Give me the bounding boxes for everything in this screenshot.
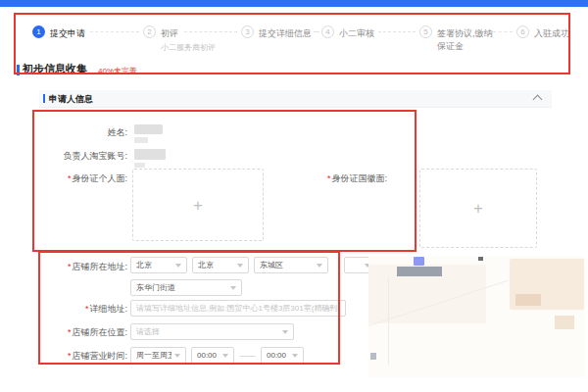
- collapse-chevron-up-icon[interactable]: [533, 95, 543, 105]
- map-building-patch: [515, 294, 541, 306]
- chevron-down-icon: [237, 264, 243, 268]
- section-title-bar: [17, 65, 20, 75]
- taobao-account-value-redacted: [134, 149, 166, 160]
- business-hours-label: *店铺营业时间:: [49, 350, 127, 363]
- step-connector: [314, 31, 319, 32]
- chevron-down-icon: [230, 286, 236, 290]
- detail-address-label-text: 详细地址:: [89, 304, 127, 314]
- chevron-down-icon: [282, 330, 288, 334]
- store-position-label-text: 店铺所在位置:: [72, 327, 127, 337]
- required-mark: *: [68, 173, 72, 183]
- business-days-value: 周一至周五: [136, 350, 172, 361]
- step-4-label: 小二审核: [339, 27, 374, 40]
- required-mark: *: [68, 327, 72, 337]
- step-1-number: 1: [36, 27, 40, 36]
- store-address-label-text: 店铺所在地址:: [72, 262, 127, 271]
- chevron-down-icon: [175, 264, 181, 268]
- chevron-down-icon: [292, 354, 298, 358]
- id-back-label-text: 身份证国徽面:: [331, 173, 387, 183]
- store-location-map[interactable]: [368, 257, 585, 377]
- chevron-down-icon: [222, 354, 228, 358]
- map-marker-icon: [414, 257, 424, 266]
- time-range-dash: ——: [240, 351, 256, 360]
- map-building-patch: [555, 316, 574, 329]
- open-time-select[interactable]: 00:00: [191, 347, 234, 364]
- section-completion-note: 40%未完善: [98, 66, 137, 76]
- map-building-block: [397, 267, 442, 276]
- required-mark: *: [68, 262, 72, 271]
- step-connector: [184, 31, 237, 32]
- id-front-label: *身份证个人面:: [49, 172, 127, 185]
- store-address-label: *店铺所在地址:: [44, 261, 127, 273]
- province-value: 北京: [136, 260, 152, 270]
- top-accent-bar: [0, 0, 588, 7]
- step-3-circle: 3: [241, 25, 254, 38]
- card-title: 申请人信息: [49, 93, 93, 106]
- step-6-label: 入驻成功: [534, 27, 569, 40]
- name-value-redacted-line2: [134, 137, 148, 143]
- street-value: 东华门街道: [136, 282, 175, 293]
- name-label: 姓名:: [59, 126, 127, 139]
- step-2-circle: 2: [143, 25, 156, 38]
- business-hours-label-text: 店铺营业时间:: [72, 351, 127, 361]
- store-position-select[interactable]: 请选择: [130, 323, 294, 340]
- store-position-label: *店铺所在位置:: [49, 326, 127, 339]
- step-2-sublabel: 小二服务商初评: [161, 42, 216, 53]
- step-3-number: 3: [245, 27, 249, 36]
- plus-upload-icon: +: [193, 197, 203, 214]
- close-time-select[interactable]: 00:00: [261, 347, 304, 364]
- id-back-upload-box[interactable]: +: [419, 169, 537, 248]
- step-4-number: 4: [325, 27, 329, 36]
- name-value-redacted: [134, 124, 163, 134]
- step-2-label: 初评: [161, 27, 178, 40]
- map-road-line: [388, 276, 389, 365]
- city-select[interactable]: 北京: [192, 257, 249, 273]
- taobao-account-value-redacted-line2: [134, 163, 145, 168]
- step-5-label: 签署协议,缴纳: [437, 27, 493, 40]
- business-days-select[interactable]: 周一至周五: [130, 347, 186, 364]
- section-title: 初步信息收集: [23, 62, 87, 76]
- id-front-label-text: 身份证个人面:: [72, 173, 127, 183]
- step-5-circle: 5: [419, 25, 432, 38]
- id-back-label: *身份证国徽面:: [309, 172, 387, 185]
- step-2-number: 2: [147, 27, 151, 36]
- required-mark: *: [85, 304, 89, 314]
- close-time-value: 00:00: [267, 351, 286, 360]
- plus-upload-icon: +: [473, 200, 483, 217]
- chevron-down-icon: [174, 354, 180, 358]
- applicant-card-header[interactable]: 申请人信息: [39, 90, 552, 108]
- step-6-circle: 6: [516, 25, 529, 38]
- district-value: 东城区: [260, 260, 283, 270]
- step-5-number: 5: [423, 27, 427, 36]
- step-1-circle: 1: [32, 25, 45, 38]
- district-select[interactable]: 东城区: [254, 257, 328, 273]
- card-title-bar: [43, 94, 45, 103]
- store-position-placeholder: 请选择: [136, 326, 160, 337]
- chevron-down-icon: [317, 264, 322, 268]
- required-mark: *: [327, 173, 331, 183]
- id-front-upload-box[interactable]: +: [132, 169, 264, 241]
- city-value: 北京: [198, 260, 214, 270]
- step-3-label: 提交详细信息: [259, 27, 312, 40]
- step-5-sublabel: 保证金: [437, 40, 464, 53]
- detail-address-input[interactable]: [130, 300, 346, 317]
- step-connector: [378, 31, 416, 32]
- step-connector: [90, 31, 139, 32]
- province-select[interactable]: 北京: [130, 257, 187, 273]
- street-select[interactable]: 东华门街道: [130, 279, 242, 296]
- map-poi-dot: [370, 353, 376, 360]
- open-time-value: 00:00: [197, 351, 217, 360]
- map-poi-dot: [478, 257, 483, 261]
- step-4-circle: 4: [321, 25, 334, 38]
- required-mark: *: [68, 351, 72, 361]
- taobao-account-label: 负责人淘宝账号:: [39, 150, 127, 163]
- step-6-number: 6: [520, 27, 524, 36]
- detail-address-label: *详细地址:: [59, 303, 127, 316]
- step-1-label: 提交申请: [50, 27, 85, 40]
- step-connector: [493, 31, 513, 32]
